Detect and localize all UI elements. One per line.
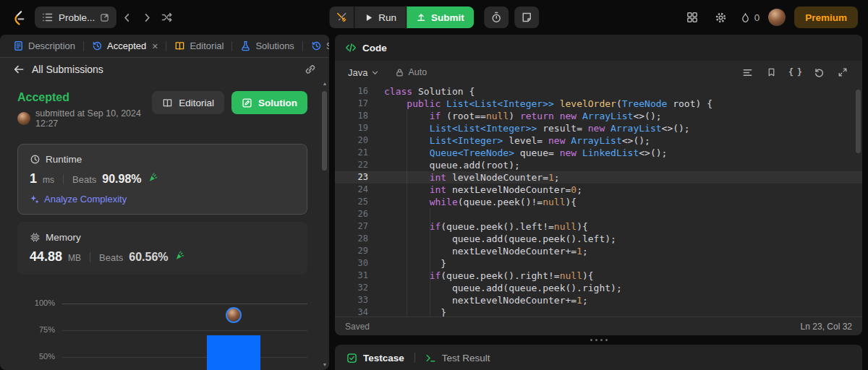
console-tab-divider [414,353,415,363]
save-status: Saved [345,322,370,332]
submitter-avatar [17,112,30,125]
tab-test-result[interactable]: Test Result [425,353,490,363]
runtime-card[interactable]: Runtime 1 ms Beats 90.98% [17,144,307,215]
code-line[interactable]: 20 List<Integer> level= new ArrayList<>(… [335,134,862,147]
tab-solutions[interactable]: Solutions [234,40,299,51]
analyze-complexity-link[interactable]: Analyze Complexity [30,194,295,205]
code-line[interactable]: 32 queue.add(queue.peek().right); [335,282,862,294]
line-number: 29 [335,245,368,257]
shuffle-problem-button[interactable] [157,7,177,28]
language-label: Java [348,67,367,78]
tab-divider [231,41,232,51]
run-group: Run Submit [329,7,474,28]
runtime-distribution-bar[interactable] [207,335,260,370]
tab-label: Solutions [255,40,294,51]
code-line[interactable]: 25 while(queue.peek()!=null){ [335,196,862,208]
code-line[interactable]: 30 } [335,257,862,270]
bookmark-button[interactable] [765,66,778,79]
memory-card[interactable]: Memory 44.88 MB Beats 60.56% [17,222,307,275]
code-editor[interactable]: 16class Solution {17 public List<List<In… [335,84,862,317]
history-icon [92,40,103,51]
code-line[interactable]: 24 int nextLevelNodeCounter=0; [335,184,862,196]
submit-button[interactable]: Submit [407,7,474,28]
code-line[interactable]: 31 if(queue.peek().right!=null){ [335,270,862,282]
line-number: 17 [335,98,368,110]
pencil-square-icon [242,98,252,108]
code-line[interactable]: 29 nextLevelNodeCounter+=1; [335,245,862,257]
fullscreen-button[interactable] [836,66,849,79]
left-panel-scrollbar[interactable]: ▲ ▼ [321,81,328,367]
code-line[interactable]: 21 Queue<TreeNode> queue= new LinkedList… [335,147,862,159]
code-line[interactable]: 28 queue.add(queue.peek().left); [335,233,862,245]
braces-icon[interactable]: { } [788,66,801,79]
reset-code-button[interactable] [812,66,825,79]
autocomplete-toggle[interactable]: Auto [395,67,427,77]
code-line[interactable]: 19 List<List<Integer>> result= new Array… [335,122,862,134]
code-line[interactable]: 16class Solution { [335,85,862,98]
tab-accepted[interactable]: Accepted × [86,40,163,51]
code-tag-icon [345,42,357,53]
scroll-up-icon[interactable]: ▲ [321,81,328,86]
line-number: 28 [335,233,368,245]
tab-label: Editorial [190,40,224,51]
code-line[interactable]: 22 queue.add(root); [335,159,862,171]
indent-guide [430,208,430,317]
debugger-button[interactable] [329,7,354,28]
line-number: 23 [335,171,368,184]
line-number: 34 [335,306,368,317]
workspace: Description Accepted × Editorial [0,35,868,370]
bookmark-icon [767,67,776,77]
code-line[interactable]: 34 } [335,306,862,317]
code-text: nextLevelNodeCounter+=1; [368,294,588,306]
back-arrow-icon[interactable] [13,64,25,75]
panel-resize-handle[interactable] [335,335,862,345]
popout-icon[interactable] [100,13,109,22]
scrollbar-thumb[interactable] [322,91,327,171]
tab-description[interactable]: Description [7,40,81,51]
layout-button[interactable] [682,7,702,28]
streak-count: 0 [754,12,760,23]
editorial-button[interactable]: Editorial [152,91,224,114]
editor-scrollbar-thumb[interactable] [856,90,861,153]
code-line[interactable]: 23 int levelNodeCounter=1; [335,171,862,184]
submitted-at-text: submitted at Sep 10, 2024 12:27 [35,108,152,129]
problem-list-button[interactable]: Proble... [35,7,116,28]
leetcode-logo[interactable] [10,9,26,26]
timer-button[interactable] [484,7,509,28]
code-line[interactable]: 33 nextLevelNodeCounter+=1; [335,294,862,306]
run-button[interactable]: Run [354,7,406,28]
cursor-position[interactable]: Ln 23, Col 32 [801,322,852,332]
settings-button[interactable] [711,7,731,28]
scroll-down-icon[interactable]: ▼ [321,362,328,367]
all-submissions-link[interactable]: All Submissions [32,64,103,75]
tab-editorial[interactable]: Editorial [169,40,229,51]
solution-button[interactable]: Solution [231,91,307,114]
run-label: Run [378,12,396,23]
book-icon [174,40,185,51]
premium-button[interactable]: Premium [794,7,858,28]
sparkle-icon [30,194,40,205]
code-text: } [368,257,446,270]
submissions-subheader: All Submissions [0,58,329,81]
terminal-icon [425,353,436,363]
streak-counter[interactable]: 0 [740,12,760,23]
format-code-button[interactable] [741,66,754,79]
link-icon[interactable] [305,64,316,75]
code-line[interactable]: 26 [335,208,862,220]
code-text: int levelNodeCounter=1; [368,171,560,184]
code-editor-content[interactable]: 16class Solution {17 public List<List<In… [335,85,862,317]
code-text: while(queue.peek()!=null){ [368,196,576,208]
code-line[interactable]: 17 public List<List<Integer>> levelOrder… [335,98,862,110]
close-icon[interactable]: × [152,41,158,51]
editor-scrollbar[interactable] [855,85,861,315]
language-select[interactable]: Java [344,65,383,80]
tab-submissions[interactable]: Submissions [305,40,329,51]
code-line[interactable]: 27 if(queue.peek().left!=null){ [335,220,862,233]
prev-problem-button[interactable] [116,7,137,28]
user-avatar[interactable] [768,9,786,26]
code-line[interactable]: 18 if (root==null) return new ArrayList<… [335,110,862,122]
tab-testcase[interactable]: Testcase [346,353,404,363]
next-problem-button[interactable] [137,7,157,28]
notes-button[interactable] [514,7,539,28]
gridline-75 [62,330,307,331]
